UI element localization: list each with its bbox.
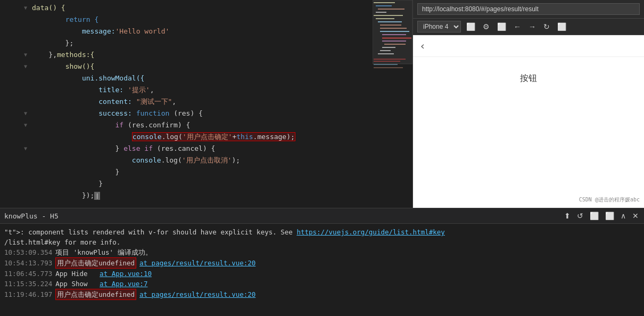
console-link-3[interactable]: at App.vue:10 [100, 270, 152, 278]
console-log-5: 11:19:46.197 用户点击确定undefined at pages/re… [4, 289, 640, 300]
line-num-10 [0, 108, 21, 109]
console-warning-line: "t">: component lists rendered with v-fo… [4, 227, 640, 237]
browser-refresh-btn[interactable]: ↻ [541, 21, 552, 32]
phone-button-label: 按钮 [520, 73, 537, 84]
line-num-8 [0, 84, 21, 85]
code-line-12: console.log('用户点击确定'+this.message); [0, 131, 412, 143]
minimap-svg [373, 0, 412, 208]
code-line-14: console.log('用户点击取消'); [0, 155, 412, 166]
browser-back-btn[interactable]: ← [511, 21, 523, 32]
console-action-toggle1[interactable]: ⬜ [589, 210, 600, 221]
console-warning-cont-text: /list.html#key for more info. [4, 237, 640, 247]
console-content: "t">: component lists rendered with v-fo… [0, 224, 644, 316]
console-ts-1: 10:53:09.354 [4, 247, 52, 257]
line-num-11 [0, 119, 21, 120]
line-num-7 [0, 72, 21, 74]
line-num-3 [0, 26, 21, 27]
line-num-17 [0, 190, 21, 191]
fold-5[interactable]: ▼ [21, 49, 30, 61]
line-num-4 [0, 37, 21, 38]
code-line-9: content: "测试一下", [0, 96, 412, 108]
console-action-upload[interactable]: ⬆ [563, 210, 572, 221]
line-content-2: return { [30, 14, 412, 26]
editor-minimap[interactable] [373, 0, 412, 208]
code-line-13: ▼ } else if (res.cancel) { [0, 143, 412, 155]
console-action-refresh[interactable]: ↺ [576, 210, 584, 221]
browser-url-toolbar [413, 0, 644, 19]
phone-content-area: 按钮 [413, 57, 644, 208]
browser-content: ‹ 按钮 CSDN @进击的程序媛abc [413, 35, 644, 208]
console-link-5-wrapper: at pages/result/result.vue:20 [139, 289, 255, 299]
browser-url-input[interactable] [417, 3, 640, 15]
browser-toggle-btn[interactable]: ⬜ [495, 21, 508, 32]
console-toolbar: knowPlus - H5 ⬆ ↺ ⬜ ⬜ ∧ ✕ [0, 208, 644, 224]
console-ts-3: 11:06:45.773 [4, 269, 52, 279]
line-num-5 [0, 49, 21, 50]
svg-rect-22 [373, 0, 412, 64]
fold-1[interactable]: ▼ [21, 2, 30, 14]
svg-rect-21 [374, 67, 403, 68]
code-lines: ▼ data() { return { message:'Hello world… [0, 0, 412, 204]
line-content-11: if (res.confirm) { [30, 119, 412, 131]
device-selector[interactable]: iPhone 4 iPhone 6 iPad [417, 21, 461, 33]
line-content-6: show(){ [30, 61, 412, 72]
line-content-1: data() { [30, 2, 412, 14]
code-line-6: ▼ show(){ [0, 61, 412, 72]
main-split: ▼ data() { return { message:'Hello world… [0, 0, 644, 208]
console-text-4: App Show at App.vue:7 [55, 279, 640, 289]
csdn-watermark: CSDN @进击的程序媛abc [579, 196, 640, 204]
fold-11[interactable]: ▼ [21, 119, 30, 131]
code-line-1: ▼ data() { [0, 2, 412, 14]
console-vuejs-link[interactable]: https://vuejs.org/guide/list.html#key [296, 228, 444, 236]
console-action-toggle2[interactable]: ⬜ [604, 210, 615, 221]
console-log-2: 10:54:13.793 用户点击确定undefined at pages/re… [4, 257, 640, 269]
console-link-4[interactable]: at App.vue:7 [100, 280, 147, 288]
console-ts-4: 11:15:35.224 [4, 279, 52, 289]
code-line-15: } [0, 166, 412, 178]
console-action-collapse[interactable]: ∧ [620, 210, 627, 221]
fold-13[interactable]: ▼ [21, 143, 30, 155]
phone-back-button[interactable]: ‹ [419, 39, 426, 52]
line-num-6 [0, 61, 21, 62]
console-link-5[interactable]: at pages/result/result.vue:20 [139, 290, 255, 298]
line-content-5: },methods:{ [30, 49, 412, 61]
fold-10[interactable]: ▼ [21, 108, 30, 119]
browser-screenshot-btn[interactable]: ⬜ [464, 21, 477, 32]
phone-nav-bar: ‹ [413, 35, 644, 57]
console-title: knowPlus - H5 [4, 212, 59, 220]
fold-6[interactable]: ▼ [21, 61, 30, 72]
line-content-15: } [30, 166, 412, 178]
browser-forward-btn[interactable]: → [526, 21, 538, 32]
line-num-1 [0, 2, 21, 3]
line-content-3: message:'Hello world' [30, 26, 412, 37]
line-content-17: });| [30, 190, 412, 202]
browser-device-toolbar: iPhone 4 iPhone 6 iPad ⬜ ⚙ ⬜ ← → ↻ ⬜ [413, 19, 644, 35]
code-line-3: message:'Hello world' [0, 26, 412, 37]
console-action-close[interactable]: ✕ [631, 210, 640, 221]
console-log-1: 10:53:09.354 项目 'knowPlus' 编译成功。 [4, 247, 640, 257]
line-num-13 [0, 143, 21, 144]
line-content-9: content: "测试一下", [30, 96, 412, 108]
console-warning-cont: /list.html#key for more info. [4, 237, 640, 247]
console-log-4: 11:15:35.224 App Show at App.vue:7 [4, 279, 640, 289]
browser-settings-btn[interactable]: ⚙ [481, 21, 492, 32]
line-num-12 [0, 131, 21, 132]
console-link-2[interactable]: at pages/result/result.vue:20 [139, 259, 255, 267]
code-line-7: uni.showModal({ [0, 72, 412, 84]
line-content-16: } [30, 178, 412, 190]
line-content-10: success: function (res) { [30, 108, 412, 119]
browser-panel: iPhone 4 iPhone 6 iPad ⬜ ⚙ ⬜ ← → ↻ ⬜ ‹ 按… [412, 0, 644, 208]
line-num-14 [0, 155, 21, 156]
console-link-2-wrapper: at pages/result/result.vue:20 [139, 258, 255, 268]
line-content-13: } else if (res.cancel) { [30, 143, 412, 155]
code-line-17: });| [0, 190, 412, 202]
code-line-5: ▼ },methods:{ [0, 49, 412, 61]
console-highlight-5: 用户点击确定undefined [55, 289, 136, 300]
line-num-16 [0, 178, 21, 179]
line-content-12: console.log('用户点击确定'+this.message); [30, 131, 412, 143]
code-line-8: title: '提示', [0, 84, 412, 96]
code-editor: ▼ data() { return { message:'Hello world… [0, 0, 412, 208]
console-log-3: 11:06:45.773 App Hide at App.vue:10 [4, 269, 640, 279]
console-ts-5: 11:19:46.197 [4, 289, 52, 299]
browser-more-btn[interactable]: ⬜ [555, 21, 568, 32]
